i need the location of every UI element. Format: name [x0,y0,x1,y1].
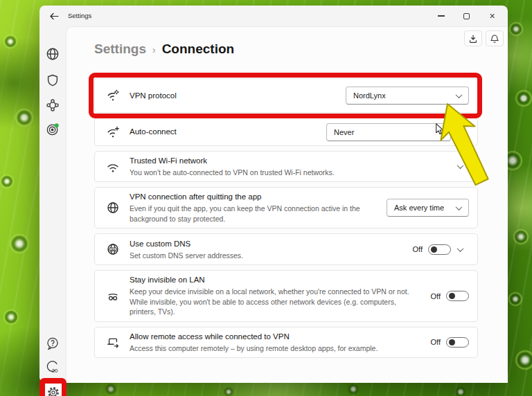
desktop-background: Settings × [0,0,532,396]
chevron-down-icon [456,162,463,169]
settings-row-auto-connect[interactable]: Auto-connect Never [94,118,478,146]
settings-row-use-custom-dns[interactable]: DNS Use custom DNS Set custom DNS server… [94,233,478,265]
toggle-state-label: Off [431,292,441,300]
sidebar-item-speed-test[interactable] [44,121,61,138]
chevron-down-icon [456,127,463,134]
help-icon [45,336,60,351]
status-dot [55,123,59,127]
svg-text:DNS: DNS [110,249,116,251]
sidebar-item-settings[interactable] [45,384,62,396]
row-subtitle: Set custom DNS server addresses. [130,251,403,260]
minimize-button[interactable] [428,6,454,26]
auto-connect-expander[interactable] [451,129,469,134]
meshnet-icon [45,98,60,113]
download-button[interactable] [464,30,482,46]
row-title: VPN connection after quitting the app [130,192,377,202]
wifi-star-icon [106,89,120,102]
row-title: VPN protocol [130,91,336,101]
chevron-down-icon [456,245,463,252]
page-title: Connection [162,42,235,57]
sidebar-item-promo-counter[interactable]: 20 [44,359,61,375]
window-title: Settings [68,12,91,19]
chevron-down-icon [456,91,463,98]
settings-row-trusted-wi-fi-network[interactable]: Trusted Wi-Fi network You won't be auto-… [94,151,478,182]
dropdown-value: NordLynx [353,91,386,100]
use-custom-dns-expander[interactable] [451,247,469,252]
row-subtitle: Keep your device invisible on a local ne… [130,287,421,316]
sidebar-item-meshnet[interactable] [44,97,61,114]
row-title: Use custom DNS [130,239,403,249]
vpn-connection-after-quitting-the-app-dropdown[interactable]: Ask every time [387,199,469,217]
toggle-state-label: Off [431,338,441,346]
counter-bubble-icon: 20 [45,359,60,375]
remote-desktop-icon [106,335,120,349]
trusted-wi-fi-network-expander[interactable] [451,164,469,169]
stay-invisible-on-lan-toggle[interactable] [446,291,469,301]
toggle-state-label: Off [413,245,423,253]
row-title: Stay invisible on LAN [130,275,421,285]
settings-row-stay-invisible-on-lan[interactable]: Stay invisible on LAN Keep your device i… [94,270,478,321]
breadcrumb: Settings › Connection [94,42,234,57]
app-window: Settings × [39,6,508,383]
maximize-icon [463,13,470,19]
wifi-icon [106,160,120,174]
chevron-down-icon [456,204,463,210]
row-title: Auto-connect [130,127,317,137]
use-custom-dns-toggle[interactable] [428,244,451,255]
back-button[interactable] [45,8,63,24]
sidebar: 20 [39,26,66,383]
toggle-knob [431,246,437,253]
close-icon: × [489,11,495,21]
toggle-knob [449,293,455,299]
close-button[interactable]: × [479,6,505,26]
window-controls: × [428,6,505,26]
settings-gear-icon [46,386,60,396]
settings-rows: VPN protocol NordLynx Auto-connect Never… [94,78,478,358]
notifications-button[interactable] [486,30,504,46]
dns-globe-icon: DNS [106,242,120,256]
download-icon [468,34,478,44]
globe-icon [45,46,60,62]
dropdown-value: Ask every time [394,204,444,212]
panel-actions [464,30,504,46]
minimize-icon [438,15,445,16]
speed-target-icon [45,122,60,137]
counter-badge: 20 [52,368,58,374]
breadcrumb-settings[interactable]: Settings [94,42,146,57]
settings-row-vpn-protocol[interactable]: VPN protocol NordLynx [94,78,478,113]
row-title: Trusted Wi-Fi network [130,156,441,166]
allow-remote-access-while-connected-to-vpn-toggle[interactable] [446,337,469,348]
vpn-protocol-dropdown[interactable]: NordLynx [346,87,469,105]
sidebar-item-help[interactable] [44,335,61,352]
auto-connect-dropdown[interactable]: Never [326,123,451,141]
toggle-knob [449,339,455,345]
row-subtitle: Even if you quit the app, you can keep t… [130,204,377,224]
bell-icon [490,34,499,44]
gear-highlight-box [39,378,66,396]
settings-row-allow-remote-access-while-connected-to-vpn[interactable]: Allow remote access while connected to V… [94,327,478,358]
shield-icon [45,73,60,88]
maximize-button[interactable] [454,6,479,26]
chevron-down-icon [438,127,445,134]
arrow-left-icon [50,12,59,20]
wifi-plus-icon [106,125,120,139]
row-title: Allow remote access while connected to V… [130,332,421,342]
breadcrumb-separator: › [152,44,156,55]
settings-panel: Settings › Connection VPN protocol NordL… [66,26,508,383]
row-subtitle: You won't be auto-connected to VPN on tr… [130,168,441,177]
dropdown-value: Never [334,128,354,136]
incognito-icon [106,289,120,303]
row-subtitle: Access this computer remotely – by using… [130,343,421,353]
settings-row-vpn-connection-after-quitting-the-app[interactable]: VPN connection after quitting the app Ev… [94,187,478,228]
globe-icon [106,201,120,215]
titlebar: Settings × [39,6,508,26]
sidebar-item-threat-protection[interactable] [44,72,61,89]
sidebar-item-vpn[interactable] [44,46,61,62]
